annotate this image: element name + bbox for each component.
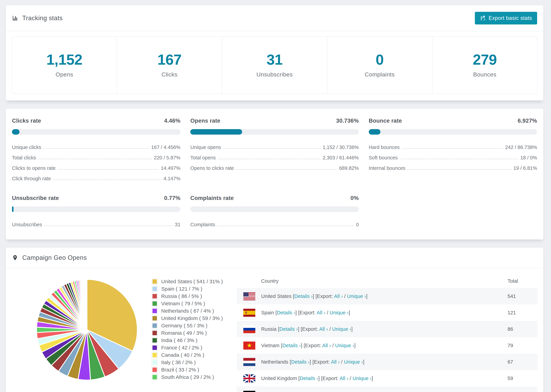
export-unique-link[interactable]: Unique ›	[347, 294, 366, 299]
legend-label: Germany ( 55 / 3% )	[161, 323, 207, 329]
rate-title: Opens rate	[190, 118, 220, 124]
summary-stat: 279 Bounces	[432, 37, 537, 94]
legend-swatch	[152, 367, 158, 373]
ru-flag-icon	[243, 325, 255, 333]
dotted-leader	[236, 169, 337, 170]
rate-detail-row: Total clicks 220 / 5.87%	[12, 150, 180, 161]
detail-label: Clicks to opens rate	[12, 165, 56, 171]
country-cell: Vietnam [Details ›] [Export: All › / Uni…	[261, 343, 356, 348]
export-all-link[interactable]: All ›	[334, 294, 343, 299]
total-cell: 86	[501, 326, 537, 332]
details-link[interactable]: Details ›	[291, 359, 310, 365]
rate-detail-row: Unique opens 1,152 / 30.736%	[190, 140, 359, 150]
country-column-header: Country	[237, 278, 501, 284]
detail-value: 220 / 5.87%	[154, 155, 181, 161]
rate-value: 6.927%	[518, 118, 537, 124]
country-cell: Russia [Details ›] [Export: All › / Uniq…	[261, 326, 353, 332]
dotted-leader	[223, 148, 320, 149]
stat-value: 279	[432, 51, 537, 68]
legend-item: Vietnam ( 79 / 5% )	[152, 300, 223, 307]
legend-swatch	[152, 330, 158, 336]
summary-stat: 167 Clicks	[117, 37, 222, 94]
table-row: United Kingdom [Details ›] [Export: All …	[237, 370, 537, 386]
legend-item: South Africa ( 29 / 2% )	[152, 373, 223, 381]
legend-swatch	[152, 293, 158, 299]
export-all-link[interactable]: All ›	[319, 326, 328, 332]
detail-label: Unsubscribes	[12, 222, 42, 227]
stat-label: Bounces	[432, 71, 537, 78]
export-unique-link[interactable]: Unique ›	[344, 359, 363, 365]
dotted-leader	[43, 148, 149, 149]
legend-item: Russia ( 86 / 5% )	[152, 293, 223, 300]
details-link[interactable]: Details ›	[279, 326, 298, 332]
summary-row: 1,152 Opens 167 Clicks 31 Unsubscribes 0…	[12, 36, 537, 94]
detail-value: 14.497%	[161, 165, 181, 171]
table-row: Spain [Details ›] [Export: All › / Uniqu…	[237, 304, 537, 321]
detail-label: Opens to clicks rate	[190, 165, 234, 171]
export-unique-link[interactable]: Unique ›	[335, 343, 354, 348]
details-link[interactable]: Details ›	[300, 376, 318, 381]
tracking-stats-card: Tracking stats Export basic stats 1,152 …	[6, 5, 544, 101]
legend-item: United Kingdom ( 59 / 3% )	[152, 315, 223, 322]
legend-swatch	[152, 359, 158, 365]
tracking-stats-header: Tracking stats Export basic stats	[6, 5, 543, 31]
details-link[interactable]: Details ›	[294, 294, 313, 299]
map-pin-icon	[12, 255, 18, 261]
export-unique-link[interactable]: Unique ›	[330, 310, 349, 315]
detail-label: Hard bounces	[369, 145, 400, 150]
legend-item: India ( 46 / 3% )	[152, 336, 223, 344]
export-unique-link[interactable]: Unique ›	[353, 376, 372, 381]
detail-label: Click through rate	[12, 176, 51, 182]
legend-swatch	[152, 337, 158, 343]
detail-value: 31	[175, 222, 180, 227]
legend-swatch	[152, 374, 158, 380]
detail-label: Complaints	[190, 222, 215, 227]
rate-detail-row: Hard bounces 242 / 86.738%	[369, 140, 537, 150]
export-all-link[interactable]: All ›	[331, 359, 340, 365]
es-flag-icon	[243, 309, 255, 317]
geo-table: Country Total United States [Details ›] …	[237, 274, 537, 392]
dotted-leader	[58, 169, 159, 170]
rate-section: Clicks rate 4.46% Unique clicks 167 / 4.…	[12, 118, 180, 182]
detail-value: 0	[356, 222, 359, 227]
legend-item: Romania ( 49 / 3% )	[152, 329, 223, 336]
legend-label: Brazil ( 33 / 2% )	[161, 367, 199, 373]
geo-body: United States ( 541 / 31% ) Spain ( 121 …	[6, 268, 543, 392]
export-all-link[interactable]: All ›	[317, 310, 325, 315]
stat-label: Complaints	[327, 71, 432, 78]
stat-label: Opens	[12, 71, 117, 78]
rate-section: Unsubscribe rate 0.77% Unsubscribes 31	[12, 195, 180, 227]
rate-progress-track	[12, 206, 180, 212]
geo-title: Campaign Geo Opens	[22, 254, 87, 261]
export-all-link[interactable]: All ›	[340, 376, 348, 381]
detail-value: 242 / 86.738%	[505, 145, 537, 150]
rate-progress-fill	[12, 129, 20, 135]
dashboard: Tracking stats Export basic stats 1,152 …	[0, 0, 551, 392]
rate-value: 4.46%	[164, 118, 180, 124]
dotted-leader	[53, 180, 162, 180]
export-all-link[interactable]: All ›	[322, 343, 331, 348]
rate-detail-row: Unsubscribes 31	[12, 217, 180, 227]
us-flag-icon	[243, 292, 255, 300]
country-cell: United States [Details ›] [Export: All ›…	[261, 294, 367, 299]
rate-section: Bounce rate 6.927% Hard bounces 242 / 86…	[369, 118, 537, 182]
rate-section: Complaints rate 0% Complaints 0	[190, 195, 359, 227]
details-link[interactable]: Details ›	[282, 343, 301, 348]
legend-label: United Kingdom ( 59 / 3% )	[161, 315, 223, 321]
summary-stat: 0 Complaints	[327, 37, 432, 94]
dotted-leader	[407, 169, 511, 170]
dotted-leader	[402, 148, 503, 149]
detail-label: Total clicks	[12, 155, 36, 161]
legend-label: India ( 46 / 3% )	[161, 337, 198, 343]
rate-detail-row: Complaints 0	[190, 217, 359, 227]
export-unique-link[interactable]: Unique ›	[332, 326, 351, 332]
pie-chart-svg	[34, 276, 140, 383]
rate-detail-row: Soft bounces 18 / 0%	[369, 150, 537, 161]
table-row: Vietnam [Details ›] [Export: All › / Uni…	[237, 337, 537, 354]
details-link[interactable]: Details ›	[277, 310, 295, 315]
tracking-stats-title: Tracking stats	[12, 14, 63, 22]
dotted-leader	[38, 159, 152, 159]
rate-detail-row: Opens to clicks rate 689.82%	[190, 161, 359, 171]
dotted-leader	[44, 226, 173, 226]
export-basic-stats-button[interactable]: Export basic stats	[475, 12, 537, 24]
